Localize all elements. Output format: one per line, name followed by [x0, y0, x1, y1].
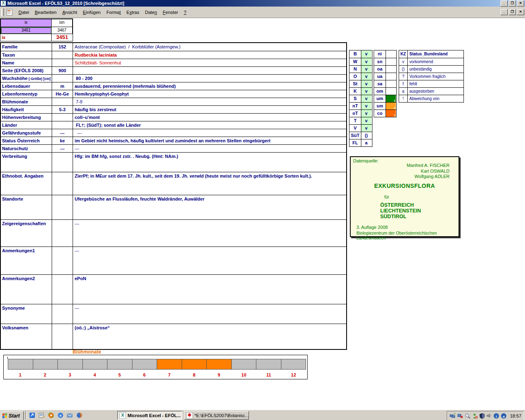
bundesland-code[interactable]: B [349, 50, 361, 58]
bundesland-status[interactable]: v [361, 58, 371, 65]
field-label[interactable]: Wuchshöhe (-Größe) [cm] [1, 75, 52, 82]
field-code[interactable]: m [52, 82, 73, 90]
field-label[interactable]: Status Österreich [1, 137, 52, 144]
zone-code[interactable]: sn [374, 58, 386, 65]
zone-status[interactable] [386, 66, 396, 73]
minimize-button[interactable]: _ [500, 0, 508, 7]
network-activity-icon[interactable] [450, 413, 456, 418]
field-code[interactable] [52, 172, 73, 195]
field-code[interactable]: He-Ge [52, 90, 73, 98]
field-label[interactable]: Anmerkungen1 [1, 247, 52, 274]
field-label[interactable]: Standorte [1, 195, 52, 219]
record-id-label[interactable]: ix [0, 34, 52, 41]
firefox-icon[interactable] [76, 412, 83, 419]
bundesland-code[interactable]: St [349, 80, 361, 87]
field-value-name[interactable]: Schlitzblatt- Sonnenhut [73, 59, 346, 66]
field-label[interactable]: Name [1, 59, 52, 66]
zone-status[interactable] [386, 88, 396, 95]
field-code[interactable]: 152 [52, 43, 73, 51]
volume-icon[interactable] [486, 413, 492, 418]
bundesland-status[interactable]: a [361, 139, 371, 146]
bundesland-code[interactable]: N [349, 66, 361, 73]
field-value[interactable]: (oö.:) „Aistrose“ [73, 324, 346, 349]
toolbar-grip[interactable] [1, 9, 4, 16]
field-label[interactable]: Höhenverbreitung [1, 114, 52, 121]
network-disconnected-icon[interactable] [457, 413, 463, 418]
bundesland-code[interactable]: S [349, 95, 361, 102]
start-button[interactable]: Start [1, 411, 24, 420]
field-value[interactable]: ZierPf; in MEur seit dem 17. Jh. kult., … [73, 172, 346, 195]
menu-datei[interactable]: Datei [16, 9, 32, 16]
task-button-editor[interactable]: ✱ *E:\EFÖLS2007\Botanisc... [184, 411, 249, 420]
field-code[interactable] [52, 324, 73, 349]
zone-code[interactable]: oa [374, 66, 386, 73]
zone-code[interactable]: sa [374, 80, 386, 87]
field-value[interactable]: ePoN [73, 275, 346, 304]
bundesland-code[interactable]: O [349, 73, 361, 80]
menu-ansicht[interactable]: Ansicht [59, 9, 80, 16]
field-value[interactable]: --- [73, 247, 346, 274]
field-code[interactable] [52, 275, 73, 304]
menu-fenster[interactable]: Fenster [160, 9, 181, 16]
field-value[interactable]: ausdauernd, perennierend (mehrmals blühe… [73, 82, 346, 90]
field-value[interactable]: 80 - 200 [73, 75, 346, 82]
field-code[interactable]: ke [52, 137, 73, 144]
field-value[interactable]: FL†; (SüdT); sonst alle Länder [73, 121, 346, 129]
field-label[interactable]: Lebensdauer [1, 82, 52, 90]
bundesland-code[interactable]: K [349, 88, 361, 95]
field-code[interactable] [52, 51, 73, 59]
field-code[interactable] [52, 247, 73, 274]
field-value[interactable]: --- [73, 145, 346, 152]
field-value[interactable]: 7-9 [73, 98, 346, 105]
record-id-value[interactable]: 3451 [52, 34, 73, 41]
field-value[interactable]: --- [73, 220, 346, 247]
field-label[interactable]: Synonyme [1, 304, 52, 324]
info-icon[interactable]: i [493, 413, 499, 419]
bundesland-status[interactable]: v [361, 66, 371, 73]
launch-browser-icon[interactable] [29, 412, 36, 419]
bundesland-code[interactable]: nT [349, 103, 361, 110]
field-label[interactable]: Volksnamen [1, 324, 52, 349]
bundesland-status[interactable]: v [361, 103, 371, 110]
menu-bearbeiten[interactable]: Bearbeiten [32, 9, 59, 16]
field-label[interactable]: Anmerkungen2 [1, 275, 52, 304]
bloom-months-chart[interactable]: 12 34 56 78 910 1112 [3, 355, 308, 379]
field-label[interactable]: Verbreitung [1, 153, 52, 172]
field-label[interactable]: Taxon [1, 51, 52, 59]
menu-einfuegen[interactable]: Einfügen [80, 9, 103, 16]
field-label[interactable]: Blühmonate [1, 98, 52, 105]
zone-status[interactable] [386, 50, 396, 58]
bundesland-status[interactable]: v [361, 110, 371, 117]
field-value[interactable] [73, 67, 346, 74]
zone-code[interactable]: um [374, 95, 386, 102]
field-label[interactable]: Lebenformentyp [1, 90, 52, 98]
field-code[interactable] [52, 114, 73, 121]
media-player-icon[interactable] [48, 412, 55, 419]
task-button-excel[interactable]: X Microsoft Excel - EFÖL... [117, 411, 182, 420]
taskbar-clock[interactable]: 18:57 [510, 413, 521, 418]
field-code[interactable] [52, 75, 73, 82]
bundesland-code[interactable]: FL [349, 139, 361, 146]
field-value[interactable]: --- [73, 129, 346, 137]
field-label[interactable]: Häufigkeit [1, 106, 52, 113]
field-value[interactable]: Hfg: im BM hfg, sonst zstr. . Neubg. (Hm… [73, 153, 346, 172]
show-desktop-icon[interactable] [38, 412, 45, 419]
field-label[interactable]: Ethnobot. Angaben [1, 172, 52, 195]
menu-hilfe[interactable]: ? [181, 9, 189, 16]
bundesland-status[interactable]: v [361, 117, 371, 124]
field-label[interactable]: Länder [1, 121, 52, 129]
lookup-cell-ix-selected[interactable]: 3451 [1, 27, 52, 34]
zone-status-highlight[interactable]: 1 [386, 103, 396, 110]
zone-status-highlight[interactable]: 1 [386, 110, 396, 117]
zone-status[interactable] [386, 58, 396, 65]
field-value[interactable]: Hemikryptophyt-Geophyt [73, 90, 346, 98]
field-value[interactable]: Ufergebüsche an Flussläufen, feuchte Wal… [73, 195, 346, 219]
field-value[interactable]: --- [73, 304, 346, 324]
bundesland-status[interactable]: v [361, 88, 371, 95]
field-code[interactable] [52, 59, 73, 66]
workbook-close-button[interactable]: ✕ [517, 9, 524, 15]
field-code[interactable]: --- [52, 129, 73, 137]
zone-status[interactable] [386, 73, 396, 80]
field-code[interactable] [52, 98, 73, 105]
field-value[interactable]: Asteraceae (Compositae) / Korbblütler (A… [73, 43, 346, 51]
